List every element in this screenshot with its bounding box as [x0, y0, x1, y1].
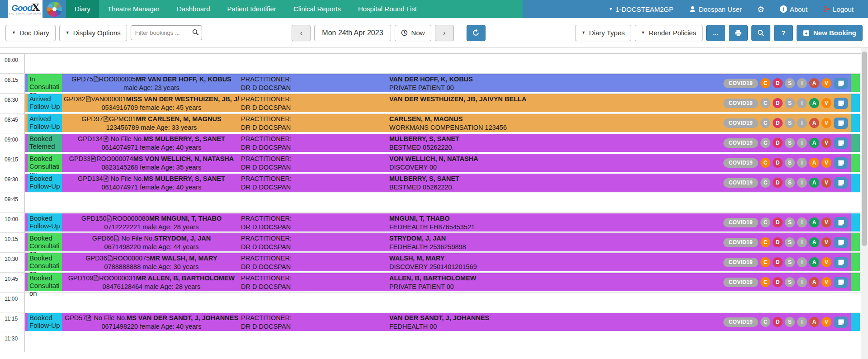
badge-i[interactable]: I [797, 98, 807, 108]
diary-types-dropdown[interactable]: ▼ Diary Types [575, 25, 631, 41]
badge-a[interactable]: A [809, 138, 819, 148]
note-button[interactable] [834, 78, 848, 89]
user-menu[interactable]: Docspan User [689, 5, 742, 13]
badge-a[interactable]: A [809, 178, 819, 188]
badge-v[interactable]: V [821, 118, 831, 128]
note-button[interactable] [834, 98, 848, 109]
note-button[interactable] [834, 277, 848, 288]
settings-button[interactable]: ⚙ [757, 5, 764, 14]
badge-d[interactable]: D [773, 217, 783, 227]
badge-v[interactable]: V [821, 158, 831, 168]
refresh-button[interactable] [467, 25, 486, 41]
logout-button[interactable]: Logout [823, 5, 854, 13]
print-button[interactable] [729, 25, 748, 41]
covid19-badge[interactable]: COVID19 [723, 258, 758, 267]
search-button[interactable] [751, 25, 770, 41]
badge-v[interactable]: V [821, 237, 831, 247]
slot-body[interactable] [25, 193, 861, 213]
badge-i[interactable]: I [797, 317, 807, 327]
covid19-badge[interactable]: COVID19 [723, 158, 758, 168]
note-button[interactable] [834, 137, 848, 149]
badge-a[interactable]: A [809, 217, 819, 227]
booking-row[interactable]: Booked Follow-Up GPD57 No File No.MS VAN… [25, 313, 860, 331]
note-button[interactable] [834, 157, 848, 169]
badge-i[interactable]: I [797, 178, 807, 188]
booking-row[interactable]: Booked Follow-Up GPD134 No File No.MS MU… [25, 174, 860, 192]
badge-a[interactable]: A [809, 98, 819, 108]
note-button[interactable] [834, 257, 848, 268]
practice-selector[interactable]: ▼ 1-DOCSTEAM2GP [609, 5, 673, 13]
booking-row[interactable]: Arrived Follow-Up GPD82VAN000001MISS VAN… [25, 94, 860, 112]
badge-c[interactable]: C [760, 138, 770, 148]
booking-row[interactable]: Arrived Follow-Up GPD97GPMC01MR CARLSEN,… [25, 114, 860, 132]
doc-diary-dropdown[interactable]: ▼ Doc Diary [5, 25, 56, 41]
new-booking-button[interactable]: New Booking [797, 25, 863, 41]
covid19-badge[interactable]: COVID19 [723, 99, 758, 108]
badge-s[interactable]: S [785, 138, 795, 148]
filter-bookings-input[interactable] [131, 25, 202, 40]
booking-row[interactable]: Booked Follow-Up GPD150ROO000080MR MNGUN… [25, 213, 860, 231]
covid19-badge[interactable]: COVID19 [723, 317, 758, 327]
slot-body[interactable]: Booked Follow-Up GPD150ROO000080MR MNGUN… [25, 213, 861, 232]
badge-s[interactable]: S [785, 237, 795, 247]
nav-item-dashboard[interactable]: Dashboard [168, 0, 218, 18]
nav-item-patient-identifier[interactable]: Patient Identifier [218, 0, 284, 18]
badge-d[interactable]: D [773, 178, 783, 188]
slot-body[interactable]: Booked Consultation GPD66 No File No.STR… [25, 233, 861, 252]
badge-i[interactable]: I [797, 237, 807, 247]
note-button[interactable] [834, 118, 848, 129]
slot-body[interactable]: Booked Consultation GPD109ROO000031MR AL… [25, 273, 861, 292]
badge-d[interactable]: D [773, 138, 783, 148]
badge-i[interactable]: I [797, 78, 807, 88]
badge-a[interactable]: A [809, 317, 819, 327]
badge-d[interactable]: D [773, 98, 783, 108]
badge-c[interactable]: C [760, 78, 770, 88]
badge-s[interactable]: S [785, 98, 795, 108]
badge-d[interactable]: D [773, 78, 783, 88]
badge-d[interactable]: D [773, 277, 783, 287]
badge-c[interactable]: C [760, 277, 770, 287]
nav-item-clinical-reports[interactable]: Clinical Reports [285, 0, 349, 18]
badge-s[interactable]: S [785, 178, 795, 188]
booking-row[interactable]: Booked Consultation GPD66 No File No.STR… [25, 233, 860, 251]
now-button[interactable]: Now [395, 25, 431, 41]
nav-item-hospital-round-list[interactable]: Hospital Round List [349, 0, 425, 18]
slot-body[interactable]: Booked Follow-Up GPD57 No File No.MS VAN… [25, 312, 861, 332]
badge-v[interactable]: V [821, 98, 831, 108]
badge-d[interactable]: D [773, 118, 783, 128]
booking-row[interactable]: Booked Telemed GPD134 No File No.MS MULB… [25, 134, 860, 152]
nav-item-theatre-manager[interactable]: Theatre Manager [99, 0, 168, 18]
badge-s[interactable]: S [785, 277, 795, 287]
badge-d[interactable]: D [773, 257, 783, 267]
badge-c[interactable]: C [760, 217, 770, 227]
current-date-display[interactable]: Mon 24th Apr 2023 [314, 25, 391, 41]
badge-a[interactable]: A [809, 78, 819, 88]
badge-c[interactable]: C [760, 317, 770, 327]
render-policies-dropdown[interactable]: ▼ Render Policies [635, 25, 703, 41]
badge-d[interactable]: D [773, 158, 783, 168]
more-options-button[interactable]: ... [706, 25, 725, 41]
booking-row[interactable]: Booked Consultation GPD36ROO000075MR WAL… [25, 253, 860, 271]
badge-v[interactable]: V [821, 78, 831, 88]
scrollbar-thumb[interactable] [862, 52, 867, 246]
note-button[interactable] [834, 177, 848, 189]
slot-body[interactable]: In Consultation GPD75ROO000005MR VAN DER… [25, 74, 861, 93]
badge-i[interactable]: I [797, 158, 807, 168]
badge-a[interactable]: A [809, 237, 819, 247]
badge-a[interactable]: A [809, 257, 819, 267]
badge-s[interactable]: S [785, 158, 795, 168]
help-button[interactable]: ? [774, 25, 793, 41]
slot-body[interactable]: Arrived Follow-Up GPD97GPMC01MR CARLSEN,… [25, 113, 861, 133]
slot-body[interactable]: Booked Telemed GPD134 No File No.MS MULB… [25, 133, 861, 153]
badge-v[interactable]: V [821, 178, 831, 188]
booking-row[interactable]: Booked Consultation GPD33ROO000074MS VON… [25, 154, 860, 172]
badge-i[interactable]: I [797, 257, 807, 267]
covid19-badge[interactable]: COVID19 [723, 138, 758, 148]
covid19-badge[interactable]: COVID19 [723, 118, 758, 128]
next-day-button[interactable]: › [435, 25, 454, 41]
badge-c[interactable]: C [760, 118, 770, 128]
note-button[interactable] [834, 237, 848, 248]
badge-v[interactable]: V [821, 257, 831, 267]
nav-item-diary[interactable]: Diary [66, 0, 99, 18]
badge-i[interactable]: I [797, 138, 807, 148]
